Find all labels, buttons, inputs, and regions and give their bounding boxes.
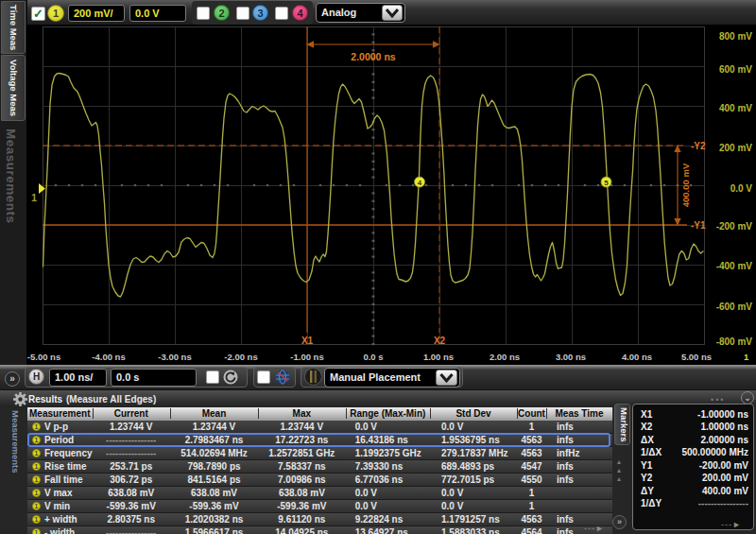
svg-text:5: 5: [604, 179, 609, 187]
svg-text:400 mV: 400 mV: [719, 103, 752, 113]
svg-text:-200 mV: -200 mV: [716, 221, 753, 232]
svg-text:0.0 V: 0.0 V: [730, 183, 753, 194]
svg-text:400.00 mV: 400.00 mV: [680, 163, 691, 207]
svg-text:-Y1: -Y1: [691, 220, 706, 231]
svg-text:-800 mV: -800 mV: [716, 336, 753, 347]
svg-text:1: 1: [31, 192, 37, 203]
svg-text:X1: X1: [301, 336, 314, 346]
svg-text:800 mV: 800 mV: [719, 31, 752, 42]
svg-text:4.00 ns: 4.00 ns: [622, 352, 652, 362]
svg-text:-3.00 ns: -3.00 ns: [158, 352, 191, 362]
svg-text:X2: X2: [434, 336, 446, 346]
svg-text:1.00 ns: 1.00 ns: [423, 352, 454, 362]
svg-text:-1.00 ns: -1.00 ns: [290, 352, 323, 362]
svg-text:-4.00 ns: -4.00 ns: [92, 352, 125, 362]
svg-text:1: 1: [744, 352, 749, 362]
svg-text:3.00 ns: 3.00 ns: [556, 352, 586, 362]
svg-text:-Y2: -Y2: [691, 141, 706, 151]
svg-text:2.0000 ns: 2.0000 ns: [351, 51, 395, 62]
svg-text:2.00 ns: 2.00 ns: [490, 352, 520, 362]
svg-text:4: 4: [418, 179, 422, 187]
svg-text:200 mV: 200 mV: [719, 143, 752, 153]
svg-text:600 mV: 600 mV: [719, 64, 752, 75]
svg-text:5.00 ns: 5.00 ns: [681, 352, 712, 362]
svg-text:-5.00 ns: -5.00 ns: [27, 352, 60, 362]
svg-text:-400 mV: -400 mV: [716, 261, 753, 271]
svg-text:-2.00 ns: -2.00 ns: [224, 352, 257, 362]
svg-text:0.0 s: 0.0 s: [363, 352, 383, 362]
svg-text:-600 mV: -600 mV: [716, 301, 753, 312]
